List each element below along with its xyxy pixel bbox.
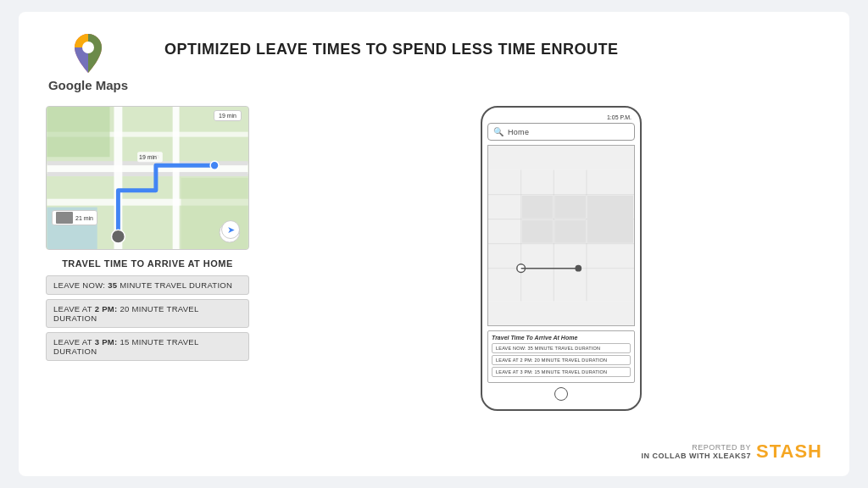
- travel-info-panel: TRAVEL TIME TO ARRIVE AT HOME LEAVE NOW:…: [46, 258, 249, 365]
- google-maps-pin-icon: [71, 32, 105, 75]
- svg-rect-6: [173, 107, 180, 249]
- phone-map-area: [487, 145, 635, 326]
- svg-rect-35: [554, 220, 586, 243]
- phone-mockup: 1:05 P.M. 🔍 Home: [481, 106, 642, 411]
- google-maps-label: Google Maps: [48, 78, 128, 92]
- phone-home-button: [487, 383, 635, 402]
- stash-logo: STASH: [756, 441, 822, 463]
- svg-rect-34: [522, 220, 554, 243]
- svg-rect-4: [47, 172, 248, 176]
- footer: REPORTED BY IN COLLAB WITH XLEAKS7 STASH: [642, 441, 822, 463]
- phone-travel-row-2: LEAVE AT 2 PM: 20 MINUTE TRAVEL DURATION: [492, 355, 631, 365]
- phone-time: 1:05 P.M.: [607, 114, 632, 120]
- phone-travel-row-3: LEAVE AT 3 PM: 15 MINUTE TRAVEL DURATION: [492, 367, 631, 377]
- svg-point-0: [82, 42, 94, 53]
- footer-collab-user: XLEAKS7: [713, 452, 751, 460]
- footer-line1: REPORTED BY IN COLLAB WITH XLEAKS7 STASH: [642, 441, 822, 463]
- phone-search-text: Home: [508, 128, 529, 136]
- right-panel: 1:05 P.M. 🔍 Home: [300, 106, 822, 411]
- google-maps-logo: Google Maps: [46, 32, 131, 92]
- phone-travel-title: Travel time to arrive at home: [492, 335, 631, 341]
- svg-rect-9: [47, 107, 109, 157]
- svg-point-13: [112, 230, 125, 243]
- svg-rect-32: [522, 196, 554, 219]
- page-title: OPTIMIZED LEAVE TIMES TO SPEND LESS TIME…: [164, 32, 822, 58]
- main-content: 19 min 19 min 21 min ➤ 19 min 21 min: [46, 106, 822, 456]
- svg-text:19 min: 19 min: [139, 154, 157, 160]
- main-container: Google Maps OPTIMIZED LEAVE TIMES TO SPE…: [19, 12, 849, 476]
- phone-home-circle-icon: [554, 387, 568, 401]
- header: Google Maps OPTIMIZED LEAVE TIMES TO SPE…: [46, 32, 822, 92]
- left-panel: 19 min 19 min 21 min ➤ 19 min 21 min: [46, 106, 266, 365]
- footer-reported-by: REPORTED BY IN COLLAB WITH XLEAKS7: [642, 443, 752, 460]
- phone-travel-info: Travel time to arrive at home LEAVE NOW:…: [487, 330, 635, 383]
- travel-title: TRAVEL TIME TO ARRIVE AT HOME: [46, 258, 249, 269]
- travel-row-3: LEAVE AT 3 PM: 15 MINUTE TRAVEL DURATION: [46, 332, 249, 361]
- map-image: 19 min 19 min 21 min ➤ 19 min 21 min: [46, 106, 249, 250]
- travel-row-1: LEAVE NOW: 35 MINUTE TRAVEL DURATION: [46, 275, 249, 295]
- svg-rect-36: [587, 196, 633, 243]
- svg-point-14: [210, 161, 219, 169]
- phone-travel-row-1: LEAVE NOW: 35 MINUTE TRAVEL DURATION: [492, 343, 631, 353]
- travel-row-2: LEAVE AT 2 PM: 20 MINUTE TRAVEL DURATION: [46, 299, 249, 328]
- phone-status-bar: 1:05 P.M.: [487, 114, 635, 123]
- phone-search-icon: 🔍: [493, 127, 504, 136]
- svg-rect-33: [554, 196, 586, 219]
- phone-search-bar: 🔍 Home: [487, 123, 635, 141]
